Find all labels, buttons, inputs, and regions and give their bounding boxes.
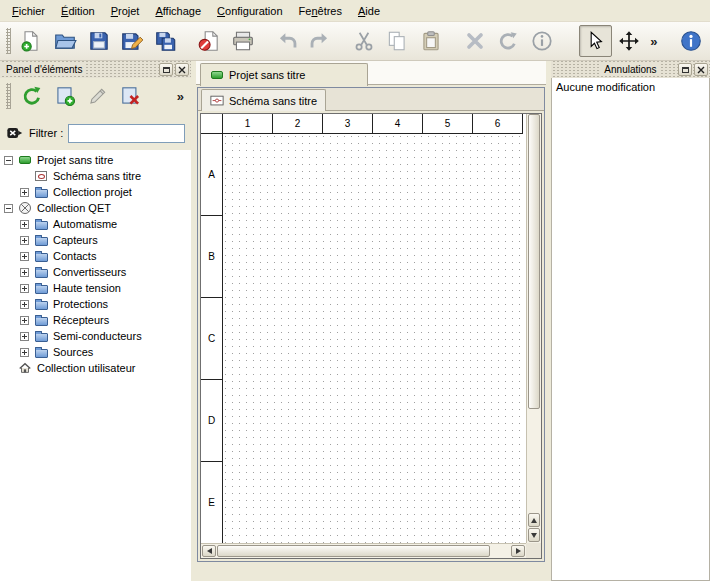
- expand-icon[interactable]: [20, 268, 29, 277]
- save-all-button[interactable]: [150, 25, 183, 57]
- expand-icon[interactable]: [20, 316, 29, 325]
- folder-icon: [33, 218, 49, 231]
- tree-item-convertisseurs[interactable]: Convertisseurs: [0, 264, 191, 280]
- ruler-row-label: D: [201, 380, 223, 462]
- save-as-button[interactable]: [116, 25, 149, 57]
- ruler-column-label: 5: [423, 114, 473, 134]
- workspace: Projet sans titre Schéma sans titre 1: [196, 61, 546, 581]
- menu-item-fichier[interactable]: Fichier: [4, 2, 53, 20]
- element-info-button[interactable]: [525, 25, 558, 57]
- save-button[interactable]: [82, 25, 115, 57]
- tree-item-semi-conducteurs[interactable]: Semi-conducteurs: [0, 328, 191, 344]
- scroll-right-button[interactable]: [511, 545, 525, 557]
- undo-dock-titlebar[interactable]: Annulations: [551, 61, 710, 78]
- copy-button[interactable]: [381, 25, 414, 57]
- diagram-canvas[interactable]: 1 2 3 4 5 6 A B C D E: [201, 114, 526, 543]
- vertical-scrollbar[interactable]: [526, 114, 541, 543]
- tree-item-schema[interactable]: Schéma sans titre: [0, 168, 191, 184]
- expand-icon[interactable]: [20, 284, 29, 293]
- hscroll-thumb[interactable]: [217, 545, 490, 557]
- paste-button[interactable]: [415, 25, 448, 57]
- ruler-column-label: 1: [223, 114, 273, 134]
- toolbar-overflow-button[interactable]: »: [646, 34, 661, 49]
- tree-item-sources[interactable]: Sources: [0, 344, 191, 360]
- vscroll-track[interactable]: [527, 114, 541, 513]
- new-project-button[interactable]: [15, 25, 48, 57]
- redo-button[interactable]: [304, 25, 337, 57]
- collapse-icon[interactable]: [4, 156, 13, 165]
- panel-overflow-button[interactable]: »: [173, 89, 188, 104]
- tree-item-collection-utilisateur[interactable]: Collection utilisateur: [0, 360, 191, 376]
- move-cross-icon: [617, 29, 641, 53]
- select-mode-button[interactable]: [579, 25, 612, 57]
- expand-icon[interactable]: [20, 332, 29, 341]
- tree-item-automatisme[interactable]: Automatisme: [0, 216, 191, 232]
- tree-item-contacts[interactable]: Contacts: [0, 248, 191, 264]
- tree-item-collection-projet[interactable]: Collection projet: [0, 184, 191, 200]
- scroll-left-button[interactable]: [202, 545, 216, 557]
- expand-icon[interactable]: [20, 252, 29, 261]
- refresh-icon: [20, 84, 44, 108]
- tree-item-collection-qet[interactable]: Collection QET: [0, 200, 191, 216]
- about-info-icon: [679, 29, 703, 53]
- folder-icon: [33, 298, 49, 311]
- scroll-up-button[interactable]: [528, 513, 540, 527]
- diagram-tabbar: Schéma sans titre: [198, 88, 544, 111]
- toolbar-grip[interactable]: [6, 28, 11, 54]
- tree-item-project[interactable]: Projet sans titre: [0, 152, 191, 168]
- collapse-icon[interactable]: [4, 204, 13, 213]
- panel-toolbar-grip[interactable]: [6, 83, 11, 109]
- float-dock-button[interactable]: [159, 63, 173, 76]
- menu-item-configuration[interactable]: Configuration: [209, 2, 290, 20]
- delete-element-icon: [119, 84, 143, 108]
- open-project-button[interactable]: [49, 25, 82, 57]
- filter-row: Filtrer :: [0, 121, 191, 145]
- expand-icon[interactable]: [20, 300, 29, 309]
- menu-item-aide[interactable]: Aide: [350, 2, 388, 20]
- expand-icon[interactable]: [20, 236, 29, 245]
- new-element-icon: [53, 84, 77, 108]
- ruler-row-label: A: [201, 134, 223, 216]
- tree-item-protections[interactable]: Protections: [0, 296, 191, 312]
- tree-item-recepteurs[interactable]: Récepteurs: [0, 312, 191, 328]
- tree-item-haute-tension[interactable]: Haute tension: [0, 280, 191, 296]
- edit-element-button[interactable]: [83, 81, 113, 111]
- folder-icon: [33, 282, 49, 295]
- expand-icon[interactable]: [20, 348, 29, 357]
- menu-item-affichage[interactable]: Affichage: [147, 2, 209, 20]
- new-element-button[interactable]: [50, 81, 80, 111]
- folder-icon: [33, 314, 49, 327]
- horizontal-scrollbar[interactable]: [201, 543, 526, 558]
- subtab-label: Schéma sans titre: [229, 95, 317, 107]
- menu-item-fenetres[interactable]: Fenêtres: [291, 2, 350, 20]
- close-dock-button[interactable]: [175, 63, 189, 76]
- close-file-button[interactable]: [193, 25, 226, 57]
- undo-button[interactable]: [270, 25, 303, 57]
- vscroll-thumb[interactable]: [528, 114, 540, 409]
- project-window: Schéma sans titre 1 2 3 4 5 6 A: [197, 87, 545, 562]
- about-button[interactable]: [674, 25, 707, 57]
- scroll-down-button[interactable]: [528, 528, 540, 542]
- close-dock-button[interactable]: [694, 63, 708, 76]
- float-dock-button[interactable]: [678, 63, 692, 76]
- filter-input[interactable]: [68, 124, 185, 143]
- delete-element-button[interactable]: [116, 81, 146, 111]
- delete-button[interactable]: [458, 25, 491, 57]
- tab-projet-sans-titre[interactable]: Projet sans titre: [200, 63, 368, 86]
- elements-panel-dock: Panel d'éléments: [0, 61, 191, 581]
- hscroll-track[interactable]: [217, 544, 511, 558]
- print-button[interactable]: [227, 25, 260, 57]
- menu-item-edition[interactable]: Édition: [53, 2, 103, 20]
- rotate-button[interactable]: [492, 25, 525, 57]
- expand-icon[interactable]: [20, 220, 29, 229]
- undo-history-list[interactable]: Aucune modification: [551, 78, 710, 581]
- folder-icon: [33, 234, 49, 247]
- pan-mode-button[interactable]: [613, 25, 646, 57]
- expand-icon[interactable]: [20, 188, 29, 197]
- menu-item-projet[interactable]: Projet: [103, 2, 148, 20]
- reload-collections-button[interactable]: [17, 81, 47, 111]
- tree-item-capteurs[interactable]: Capteurs: [0, 232, 191, 248]
- tab-schema-sans-titre[interactable]: Schéma sans titre: [201, 89, 326, 111]
- elements-panel-titlebar[interactable]: Panel d'éléments: [0, 61, 191, 78]
- cut-button[interactable]: [347, 25, 380, 57]
